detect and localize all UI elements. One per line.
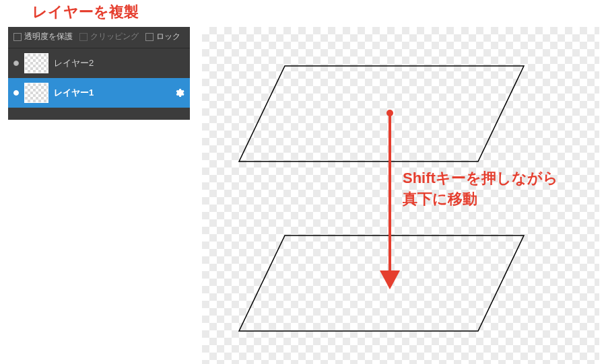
move-arrow-icon (380, 110, 400, 289)
option-clipping: クリッピング (79, 31, 139, 42)
option-label: ロック (156, 31, 180, 42)
layer-row[interactable]: レイヤー1 (8, 78, 190, 108)
svg-marker-2 (380, 270, 400, 289)
annotation-duplicate-layer: レイヤーを複製 (32, 2, 139, 23)
annotation-shift-move: Shiftキーを押しながら 真下に移動 (403, 168, 558, 210)
layers-panel-options: 透明度を保護 クリッピング ロック (8, 27, 190, 48)
layer-row[interactable]: レイヤー2 (8, 48, 190, 78)
layer-thumbnail (24, 83, 48, 103)
visibility-toggle-icon[interactable] (13, 90, 19, 96)
layer-thumbnail (24, 53, 48, 73)
shape-parallelogram-bottom (239, 235, 524, 331)
checkbox-icon[interactable] (13, 33, 22, 41)
layer-name-label: レイヤー1 (54, 87, 168, 99)
option-label: 透明度を保護 (24, 31, 73, 42)
layers-panel: 透明度を保護 クリッピング ロック レイヤー2 レイヤー1 (8, 27, 190, 120)
layer-name-label: レイヤー2 (54, 57, 184, 69)
shape-parallelogram-top (239, 66, 524, 161)
checkbox-icon (79, 33, 88, 41)
visibility-toggle-icon[interactable] (13, 61, 19, 66)
gear-icon[interactable] (174, 87, 184, 98)
checkbox-icon[interactable] (145, 33, 154, 41)
option-label: クリッピング (90, 31, 139, 42)
option-protect-opacity[interactable]: 透明度を保護 (13, 31, 73, 42)
option-lock[interactable]: ロック (145, 31, 180, 42)
